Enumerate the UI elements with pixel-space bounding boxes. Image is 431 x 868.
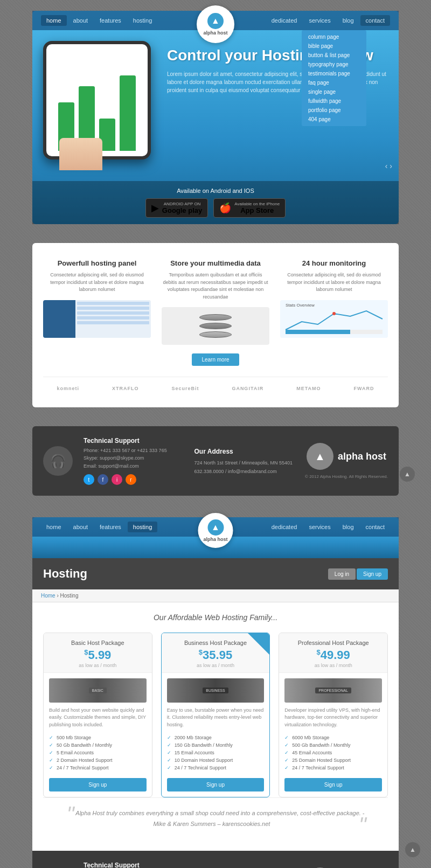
plan-period-2: as low as / month bbox=[284, 663, 382, 668]
logo-icon: ▲ bbox=[207, 13, 224, 29]
plan-period-0: as low as / month bbox=[49, 663, 147, 668]
signup-btn-basic[interactable]: Sign up bbox=[49, 778, 147, 791]
signup-btn-pro[interactable]: Sign up bbox=[284, 778, 382, 791]
footer-address: Our Address 724 North 1st Street / Minne… bbox=[194, 446, 295, 476]
product-image-1: BUSINESS bbox=[167, 678, 265, 703]
next-arrow[interactable]: › bbox=[390, 162, 392, 170]
learn-more-button[interactable]: Learn more bbox=[192, 353, 239, 366]
dropdown-item-3[interactable]: typography page bbox=[302, 60, 366, 69]
partner-3: GANGITAIR bbox=[232, 386, 263, 391]
plan-features-0: 500 Mb Storage 50 Gb Bandwith / Monthly … bbox=[49, 734, 147, 772]
footer-support: Technical Support Phone: +421 333 567 or… bbox=[84, 437, 184, 485]
nav-hosting[interactable]: hosting bbox=[128, 15, 157, 26]
signup-btn-business[interactable]: Sign up bbox=[167, 778, 265, 791]
plan-name-2: Professional Host Package bbox=[284, 640, 382, 646]
login-button[interactable]: Log in bbox=[328, 568, 356, 580]
dropdown-item-4[interactable]: testimonials page bbox=[302, 69, 366, 78]
feature-monitoring: 24 hour monitoring Consectetur adipiscin… bbox=[280, 259, 388, 366]
dropdown-item-2[interactable]: button & list page bbox=[302, 51, 366, 60]
instagram-icon[interactable]: i bbox=[112, 474, 122, 485]
dropdown-item-9[interactable]: 404 page bbox=[302, 115, 366, 124]
nav-bar2: home about features hosting ▲ alpha host… bbox=[32, 517, 399, 537]
nav2-contact[interactable]: contact bbox=[360, 522, 390, 532]
feature-1-3: 10 Domain Hosted Support bbox=[167, 756, 265, 764]
signup-button-header[interactable]: Sign up bbox=[357, 568, 388, 580]
prev-arrow[interactable]: ‹ bbox=[385, 162, 388, 170]
store-buttons: ▶ ANDROID APP ON Google play 🍎 Available… bbox=[43, 198, 388, 218]
address-line1: 724 North 1st Street / Minneapolis, MN 5… bbox=[194, 459, 295, 467]
address-title: Our Address bbox=[194, 446, 295, 457]
dropdown-item-7[interactable]: fullwidth page bbox=[302, 96, 366, 106]
product-label-1: BUSINESS bbox=[203, 688, 228, 693]
scroll-up-fixed[interactable]: ▲ bbox=[405, 842, 420, 857]
scroll-up-button[interactable]: ▲ bbox=[400, 467, 415, 482]
available-text: Available on Android and IOS bbox=[43, 188, 388, 194]
nav-contact[interactable]: contact bbox=[360, 15, 390, 26]
hero-image bbox=[43, 41, 156, 159]
bar-4 bbox=[120, 75, 136, 151]
nav-home[interactable]: home bbox=[41, 15, 67, 26]
product-image-2: PROFESSIONAL bbox=[284, 678, 382, 703]
hosting-banner: Hosting Log in Sign up bbox=[32, 558, 399, 589]
nav2-dedicated[interactable]: dedicated bbox=[266, 522, 303, 532]
nav-features[interactable]: features bbox=[94, 15, 127, 26]
nav2-services[interactable]: services bbox=[303, 522, 336, 532]
feature-1-4: 24 / 7 Technical Support bbox=[167, 764, 265, 772]
nav-dedicated[interactable]: dedicated bbox=[266, 15, 303, 26]
support-title: Technical Support bbox=[84, 437, 184, 445]
plan-desc-2: Developer inspired utility VPS, with hig… bbox=[284, 707, 382, 729]
nav-about[interactable]: about bbox=[68, 15, 94, 26]
partner-4: METAMO bbox=[296, 386, 321, 391]
feature-panel-title: Powerfull hosting panel bbox=[43, 259, 151, 267]
pricing-card-pro: Professional Host Package $49.99 as low … bbox=[279, 633, 388, 797]
nav2-home[interactable]: home bbox=[41, 522, 67, 532]
support-email: Email: support@mail.com bbox=[84, 462, 184, 470]
svg-text:Stats Overview: Stats Overview bbox=[286, 303, 315, 308]
dropdown-item-6[interactable]: single page bbox=[302, 87, 366, 96]
dropdown-item-5[interactable]: faq page bbox=[302, 78, 366, 87]
testimonial: " Alpha Host truly combines everything a… bbox=[43, 797, 388, 840]
footer-logo-area: ▲ alpha host © 2012 Alpha Hosting. All R… bbox=[305, 443, 388, 479]
partner-5: FWARD bbox=[353, 386, 374, 391]
facebook-icon[interactable]: f bbox=[98, 474, 108, 485]
nav-blog[interactable]: blog bbox=[337, 15, 359, 26]
product-label-0: BASIC bbox=[89, 688, 107, 693]
address-line2: 632.338.0000 / info@mediabrand.com bbox=[194, 468, 295, 476]
pricing-section: Our Affordable Web Hosting Family... Bas… bbox=[32, 602, 399, 850]
partner-1: XTRAFLO bbox=[112, 386, 139, 391]
hero-bottom: Available on Android and IOS ▶ ANDROID A… bbox=[32, 181, 399, 224]
nav2-blog[interactable]: blog bbox=[337, 522, 359, 532]
pricing-card-business: Business Host Package $35.95 as low as /… bbox=[161, 633, 270, 797]
pricing-body-business: BUSINESS Easy to use, burstable power wh… bbox=[162, 673, 270, 797]
dropdown-item-8[interactable]: portfolio page bbox=[302, 106, 366, 115]
google-play-icon: ▶ bbox=[151, 202, 159, 214]
twitter-icon[interactable]: t bbox=[84, 474, 94, 485]
social-icons: t f i r bbox=[84, 474, 184, 485]
product-image-0: BASIC bbox=[49, 678, 147, 703]
breadcrumb-home[interactable]: Home bbox=[41, 593, 55, 599]
nav-logo2: ▲ alpha host bbox=[198, 513, 233, 548]
nav2-about[interactable]: about bbox=[68, 522, 94, 532]
google-play-label: ANDROID APP ON Google play bbox=[162, 202, 202, 214]
google-play-button[interactable]: ▶ ANDROID APP ON Google play bbox=[145, 198, 208, 218]
dropdown-item-0[interactable]: column page bbox=[302, 32, 366, 41]
nav-services[interactable]: services bbox=[303, 15, 336, 26]
db-disk-2 bbox=[199, 323, 232, 329]
nav2-features[interactable]: features bbox=[94, 522, 127, 532]
scroll-up-button-2[interactable]: ▲ bbox=[405, 842, 420, 857]
quote-open: " bbox=[66, 802, 74, 826]
feature-panel-desc: Consectetur adipiscing elit, sed do eius… bbox=[43, 272, 151, 294]
app-store-button[interactable]: 🍎 Available on the iPhone App Store bbox=[213, 198, 286, 218]
footer-logo-text: alpha host bbox=[338, 451, 386, 462]
footer-logo: ▲ alpha host bbox=[307, 443, 386, 470]
feature-db-desc: Temporibus autem quibusdam et aut offici… bbox=[162, 272, 269, 301]
product-label-2: PROFESSIONAL bbox=[315, 688, 351, 693]
rss-icon[interactable]: r bbox=[126, 474, 136, 485]
dropdown-item-1[interactable]: bible page bbox=[302, 41, 366, 51]
features-section: Powerfull hosting panel Consectetur adip… bbox=[32, 243, 399, 407]
pricing-header-pro: Professional Host Package $49.99 as low … bbox=[279, 633, 387, 672]
footer-1: 🎧 Technical Support Phone: +421 333 567 … bbox=[32, 426, 399, 496]
testimonial-content: Alpha Host truly combines everything a s… bbox=[75, 810, 364, 827]
footer-logo-circle: ▲ bbox=[307, 443, 333, 470]
nav2-hosting[interactable]: hosting bbox=[128, 522, 157, 532]
